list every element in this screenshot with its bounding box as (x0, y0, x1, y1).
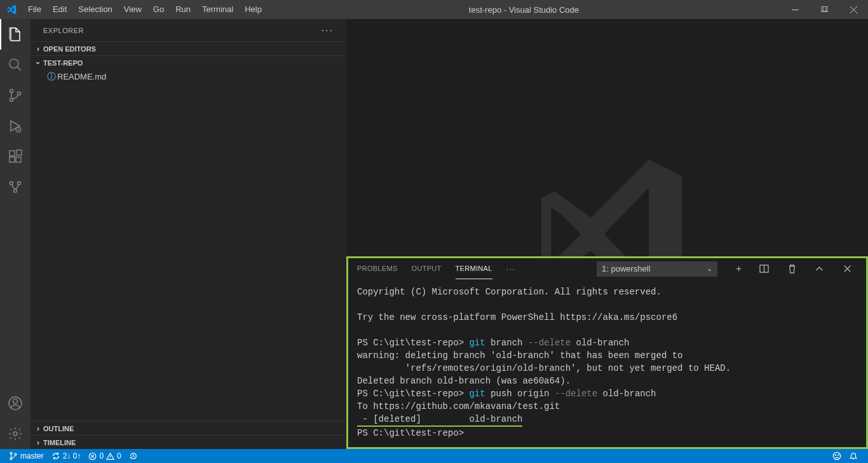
status-bell-icon[interactable] (845, 449, 862, 463)
panel-more-icon[interactable]: ··· (506, 265, 516, 273)
menu-terminal[interactable]: Terminal (196, 0, 239, 19)
section-label: TIMELINE (43, 439, 76, 446)
chevron-right-icon: › (33, 45, 43, 53)
chevron-right-icon: › (33, 424, 43, 433)
menu-file[interactable]: File (22, 0, 47, 19)
terminal-panel: PROBLEMS OUTPUT TERMINAL ··· 1: powershe… (346, 256, 868, 449)
section-label: OUTLINE (43, 425, 74, 432)
explorer-sidebar: EXPLORER ··· › OPEN EDITORS › TEST-REPO … (31, 19, 346, 449)
chevron-down-icon: ⌄ (707, 265, 712, 273)
menu-help[interactable]: Help (239, 0, 268, 19)
section-label: OPEN EDITORS (43, 45, 96, 53)
explorer-icon[interactable] (0, 19, 31, 50)
extensions-icon[interactable] (0, 141, 31, 172)
svg-rect-11 (17, 150, 22, 155)
svg-rect-10 (16, 157, 21, 162)
svg-point-25 (15, 453, 17, 455)
menu-go[interactable]: Go (147, 0, 170, 19)
maximize-button[interactable] (810, 0, 839, 19)
folder-section[interactable]: › TEST-REPO (31, 55, 346, 69)
info-icon (46, 72, 57, 81)
file-tree: README.md (31, 69, 346, 421)
run-debug-icon[interactable] (0, 111, 31, 141)
sidebar-more-icon[interactable]: ··· (322, 25, 334, 36)
title-bar: File Edit Selection View Go Run Terminal… (0, 0, 868, 19)
menu-run[interactable]: Run (170, 0, 196, 19)
file-label: README.md (57, 72, 106, 81)
terminal-body[interactable]: Copyright (C) Microsoft Corporation. All… (348, 279, 866, 447)
file-item-readme[interactable]: README.md (31, 69, 346, 83)
svg-point-23 (10, 452, 12, 454)
open-editors-section[interactable]: › OPEN EDITORS (31, 41, 346, 55)
svg-point-29 (838, 455, 839, 455)
outline-section[interactable]: › OUTLINE (31, 421, 346, 435)
svg-rect-1 (821, 6, 826, 11)
svg-point-28 (835, 455, 836, 455)
tab-output[interactable]: OUTPUT (412, 258, 442, 279)
vscode-logo-icon (0, 4, 22, 15)
tab-problems[interactable]: PROBLEMS (357, 258, 398, 279)
warn-count: 0 (117, 452, 121, 460)
menu-bar: File Edit Selection View Go Run Terminal… (22, 0, 268, 19)
svg-point-27 (833, 452, 840, 459)
window-title: test-repo - Visual Studio Code (268, 5, 780, 15)
svg-point-14 (14, 190, 17, 193)
split-terminal-icon[interactable] (759, 264, 773, 273)
svg-point-5 (10, 99, 13, 102)
status-history-icon[interactable] (125, 449, 142, 463)
close-button[interactable] (839, 0, 868, 19)
close-panel-icon[interactable] (843, 265, 857, 273)
svg-point-19 (51, 74, 52, 75)
error-count: 0 (99, 452, 104, 460)
svg-point-6 (18, 92, 21, 95)
terminal-selector[interactable]: 1: powershell ⌄ (597, 261, 717, 277)
status-branch[interactable]: master (5, 449, 48, 463)
settings-gear-icon[interactable] (0, 418, 31, 449)
svg-rect-8 (10, 151, 15, 156)
maximize-panel-icon[interactable] (815, 265, 829, 273)
git-graph-icon[interactable] (0, 172, 31, 202)
menu-selection[interactable]: Selection (72, 0, 118, 19)
svg-rect-20 (51, 76, 51, 79)
status-sync[interactable]: 2↓ 0↑ (48, 449, 85, 463)
svg-point-12 (10, 182, 13, 185)
svg-point-3 (10, 59, 18, 68)
sync-count: 2↓ 0↑ (63, 452, 81, 460)
status-problems[interactable]: 0 0 (85, 449, 125, 463)
chevron-down-icon: › (34, 58, 43, 68)
branch-name: master (20, 452, 44, 460)
source-control-icon[interactable] (0, 80, 31, 111)
tab-terminal[interactable]: TERMINAL (456, 258, 492, 279)
section-label: TEST-REPO (43, 59, 83, 67)
menu-view[interactable]: View (118, 0, 147, 19)
editor-area: PROBLEMS OUTPUT TERMINAL ··· 1: powershe… (346, 19, 868, 449)
activity-bar (0, 19, 31, 449)
svg-rect-2 (823, 6, 828, 11)
svg-point-16 (13, 399, 18, 404)
terminal-selector-label: 1: powershell (602, 264, 651, 273)
minimize-button[interactable] (780, 0, 810, 19)
menu-edit[interactable]: Edit (47, 0, 72, 19)
chevron-right-icon: › (33, 438, 43, 447)
window-controls (780, 0, 868, 19)
highlighted-output: - [deleted] old-branch (357, 413, 522, 427)
panel-tabs: PROBLEMS OUTPUT TERMINAL ··· 1: powershe… (348, 258, 866, 279)
account-icon[interactable] (0, 388, 31, 418)
sidebar-header: EXPLORER ··· (31, 19, 346, 41)
status-feedback-icon[interactable] (829, 449, 845, 463)
sidebar-title: EXPLORER (43, 27, 84, 34)
svg-point-4 (10, 90, 13, 93)
timeline-section[interactable]: › TIMELINE (31, 435, 346, 449)
svg-point-24 (10, 458, 12, 460)
svg-point-13 (18, 182, 21, 185)
svg-point-17 (13, 432, 17, 436)
svg-rect-0 (792, 10, 799, 10)
search-icon[interactable] (0, 50, 31, 80)
kill-terminal-icon[interactable] (787, 264, 801, 273)
status-bar: master 2↓ 0↑ 0 0 (0, 449, 868, 463)
svg-rect-9 (10, 157, 15, 162)
new-terminal-icon[interactable]: ＋ (731, 263, 745, 275)
